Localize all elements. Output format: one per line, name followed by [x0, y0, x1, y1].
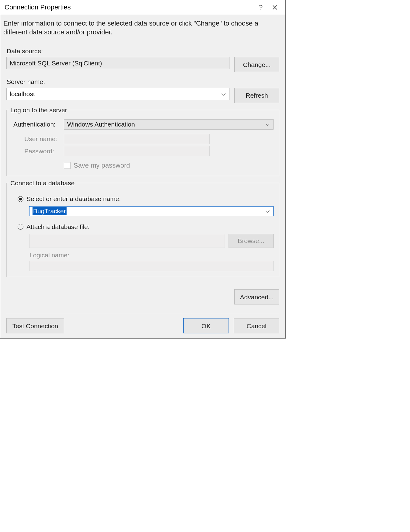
logical-name-label: Logical name: [29, 251, 274, 259]
window-title: Connection Properties [5, 3, 71, 12]
change-button[interactable]: Change... [234, 57, 279, 72]
authentication-label: Authentication: [12, 120, 64, 128]
advanced-button-label: Advanced... [240, 293, 274, 301]
logon-group: Log on to the server Authentication: Win… [6, 110, 279, 176]
password-field [64, 146, 210, 156]
database-name-value: BugTracker [33, 207, 67, 215]
authentication-value: Windows Authentication [67, 120, 135, 128]
data-source-label: Data source: [7, 47, 279, 55]
username-field [64, 134, 210, 144]
logon-group-caption: Log on to the server [9, 106, 68, 114]
data-source-value: Microsoft SQL Server (SqlClient) [10, 59, 102, 67]
browse-button: Browse... [229, 234, 274, 248]
server-name-combo[interactable]: localhost [6, 88, 229, 100]
change-button-label: Change... [243, 61, 270, 69]
ok-button[interactable]: OK [183, 318, 229, 333]
server-name-value: localhost [10, 90, 35, 98]
authentication-combo[interactable]: Windows Authentication [64, 119, 274, 130]
dialog-connection-properties: Connection Properties ? Enter informatio… [0, 0, 286, 339]
test-connection-label: Test Connection [12, 322, 58, 330]
refresh-button-label: Refresh [246, 91, 268, 99]
radio-attach-file-label: Attach a database file: [26, 223, 90, 231]
advanced-button[interactable]: Advanced... [234, 289, 279, 304]
save-password-label: Save my password [74, 161, 130, 170]
database-group-caption: Connect to a database [9, 179, 76, 187]
help-icon[interactable]: ? [254, 0, 268, 15]
radio-attach-file[interactable] [18, 224, 23, 230]
refresh-button[interactable]: Refresh [234, 88, 279, 103]
cancel-button[interactable]: Cancel [234, 318, 279, 333]
title-bar: Connection Properties ? [0, 0, 285, 15]
data-source-field: Microsoft SQL Server (SqlClient) [6, 57, 229, 69]
password-label: Password: [23, 147, 64, 155]
username-label: User name: [23, 135, 64, 143]
radio-select-database[interactable] [18, 196, 23, 202]
ok-button-label: OK [202, 322, 211, 330]
save-password-checkbox [64, 162, 71, 169]
database-group: Connect to a database Select or enter a … [6, 183, 279, 277]
database-name-combo[interactable]: BugTracker [29, 206, 274, 216]
cancel-button-label: Cancel [246, 322, 266, 330]
attach-file-field [29, 234, 225, 248]
logical-name-field [29, 261, 274, 271]
test-connection-button[interactable]: Test Connection [6, 318, 64, 333]
close-icon[interactable] [268, 0, 282, 15]
browse-button-label: Browse... [238, 237, 264, 245]
radio-select-database-label: Select or enter a database name: [26, 195, 121, 203]
server-name-label: Server name: [7, 78, 279, 86]
dialog-instruction: Enter information to connect to the sele… [0, 15, 285, 46]
